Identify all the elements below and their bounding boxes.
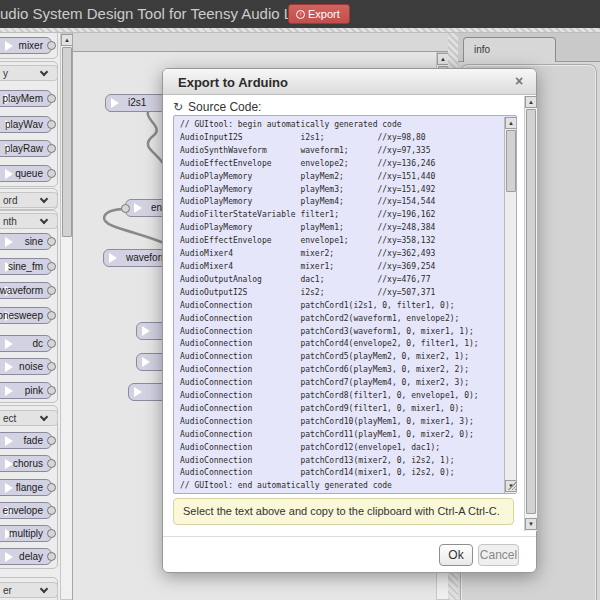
source-code-label: ↻Source Code:: [173, 100, 261, 114]
node-palette: mixer y playMem playWav playRaw queue or…: [0, 33, 60, 600]
main-toolbar: udio System Design Tool for Teensy Audio…: [0, 0, 600, 28]
tab-info[interactable]: info: [463, 37, 556, 62]
node-arrow-icon: [5, 362, 13, 372]
chevron-down-icon: [40, 413, 48, 421]
node-output-port[interactable]: [47, 529, 56, 538]
node-output-port[interactable]: [47, 120, 56, 129]
scrollbar-thumb[interactable]: [526, 109, 536, 514]
dialog-footer-divider: [163, 536, 536, 537]
scrollbar-thumb[interactable]: [506, 130, 516, 192]
node-arrow-icon: [5, 483, 13, 493]
node-output-port[interactable]: [47, 483, 56, 492]
node-output-port[interactable]: [47, 386, 56, 395]
palette-item-tonesweep[interactable]: tonesweep: [0, 307, 52, 324]
generated-code: // GUItool: begin automatically generate…: [180, 119, 479, 493]
node-arrow-icon: [111, 98, 119, 108]
palette-item-playMem[interactable]: playMem: [0, 90, 52, 107]
copy-instructions-note: Select the text above and copy to the cl…: [173, 498, 514, 525]
export-button[interactable]: ↑ Export: [288, 4, 350, 24]
canvas-node-i2s1[interactable]: i2s1: [105, 94, 167, 112]
node-output-port[interactable]: [47, 552, 56, 561]
palette-item-sine-fm[interactable]: sine_fm: [0, 258, 52, 275]
palette-item-queue[interactable]: queue: [0, 165, 52, 182]
palette-item-chorus[interactable]: chorus: [0, 455, 52, 472]
resize-grip[interactable]: [507, 480, 517, 490]
node-output-port[interactable]: [47, 436, 56, 445]
ok-button[interactable]: Ok: [439, 544, 473, 566]
palette-category-filter[interactable]: er: [0, 582, 58, 598]
palette-item-flange[interactable]: flange: [0, 479, 52, 496]
code-scrollbar: ▲ ▼: [504, 117, 517, 493]
palette-item-sine[interactable]: sine: [0, 233, 52, 250]
dialog-titlebar[interactable]: Export to Arduino ×: [163, 69, 536, 95]
chevron-down-icon: [40, 195, 48, 203]
node-arrow-icon: [5, 169, 13, 179]
node-arrow-icon: [5, 339, 13, 349]
chevron-down-icon: [40, 216, 48, 224]
sidebar-tabbar: info: [458, 33, 600, 62]
node-arrow-icon: [5, 386, 13, 396]
palette-item-pink[interactable]: pink: [0, 382, 52, 399]
node-arrow-icon: [142, 357, 150, 367]
palette-item-playWav[interactable]: playWav: [0, 116, 52, 133]
node-output-port[interactable]: [47, 262, 56, 271]
node-arrow-icon: [5, 552, 13, 562]
scrollbar-thumb[interactable]: [62, 47, 72, 237]
export-dialog: Export to Arduino × ↻Source Code: // GUI…: [162, 68, 537, 573]
node-arrow-icon: [142, 326, 150, 336]
app-title: udio System Design Tool for Teensy Audio…: [0, 5, 330, 22]
palette-category-play[interactable]: y: [0, 65, 58, 81]
source-code-icon: ↻: [173, 100, 183, 114]
palette-item-waveform[interactable]: waveform: [0, 282, 52, 299]
node-output-port[interactable]: [47, 237, 56, 246]
palette-item-fade[interactable]: fade: [0, 432, 52, 449]
node-arrow-icon: [134, 387, 142, 397]
export-button-label: Export: [308, 5, 340, 23]
app-root: udio System Design Tool for Teensy Audio…: [0, 0, 600, 600]
palette-item-delay[interactable]: delay: [0, 548, 52, 565]
palette-item-mixer[interactable]: mixer: [0, 37, 52, 54]
source-code-textarea[interactable]: // GUItool: begin automatically generate…: [173, 115, 517, 494]
node-output-port[interactable]: [47, 94, 56, 103]
chevron-down-icon: [40, 68, 48, 76]
node-output-port[interactable]: [47, 506, 56, 515]
palette-category-synth[interactable]: nth: [0, 213, 58, 229]
node-output-port[interactable]: [47, 362, 56, 371]
scroll-up-button[interactable]: ▲: [505, 117, 517, 129]
workspace-tabstrip: [73, 33, 449, 52]
palette-category-effect[interactable]: ect: [0, 410, 58, 426]
scroll-up-button[interactable]: ▲: [525, 96, 537, 108]
node-arrow-icon: [5, 436, 13, 446]
node-output-port[interactable]: [47, 286, 56, 295]
export-icon: ↑: [296, 10, 305, 19]
node-output-port[interactable]: [47, 169, 56, 178]
palette-item-multiply[interactable]: multiply: [0, 525, 52, 542]
node-arrow-icon: [134, 203, 142, 213]
dialog-title: Export to Arduino: [178, 75, 288, 90]
node-input-port[interactable]: [121, 204, 130, 213]
node-output-port[interactable]: [47, 339, 56, 348]
node-arrow-icon: [5, 459, 13, 469]
palette-item-noise[interactable]: noise: [0, 358, 52, 375]
palette-item-playRaw[interactable]: playRaw: [0, 140, 52, 157]
dialog-scrollbar: ▲ ▼: [524, 96, 537, 531]
palette-category-record[interactable]: ord: [0, 192, 58, 208]
node-output-port[interactable]: [47, 144, 56, 153]
node-arrow-icon: [5, 41, 13, 51]
scroll-down-button[interactable]: ▼: [525, 518, 537, 530]
node-arrow-icon: [109, 253, 117, 263]
palette-item-dc[interactable]: dc: [0, 335, 52, 352]
close-icon[interactable]: ×: [510, 72, 528, 90]
node-output-port[interactable]: [47, 41, 56, 50]
cancel-button[interactable]: Cancel: [478, 544, 519, 566]
chevron-down-icon: [40, 585, 48, 593]
node-output-port[interactable]: [47, 459, 56, 468]
node-output-port[interactable]: [47, 311, 56, 320]
horizontal-splitter[interactable]: [0, 28, 600, 33]
palette-item-envelope[interactable]: envelope: [0, 502, 52, 519]
node-arrow-icon: [5, 237, 13, 247]
